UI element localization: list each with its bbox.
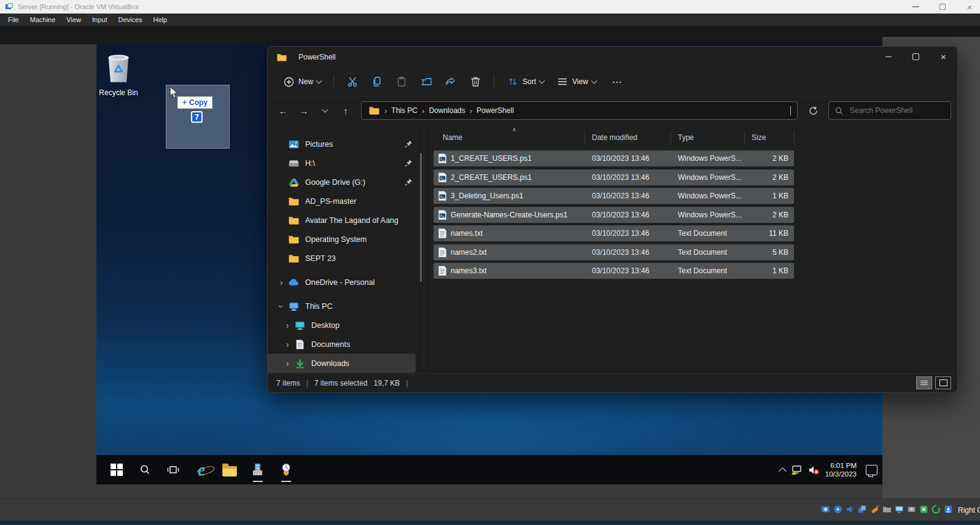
new-button[interactable]: New [276,72,327,91]
internet-explorer-icon[interactable]: e [187,456,216,483]
sidebar-item-downloads[interactable]: ›Downloads [268,354,416,373]
task-view-button[interactable] [159,456,187,483]
task-view-icon [167,464,179,476]
file-row-names2-txt[interactable]: names2.txt03/10/2023 13:46Text Document5… [434,244,794,260]
sidebar-scrollbar[interactable] [420,153,422,282]
drag-copy-tooltip: + Copy [177,96,212,109]
sidebar-item-h[interactable]: H:\ [268,154,416,173]
explorer-maximize-button[interactable] [902,47,930,67]
tree-chevron-icon[interactable]: › [281,359,294,368]
server-manager-icon[interactable] [244,456,272,483]
address-bar[interactable]: ›This PC›Downloads›PowerShell [361,101,798,120]
mouse-integration-icon[interactable] [931,505,941,514]
rename-button[interactable] [414,72,438,91]
sidebar-item-onedrive-personal[interactable]: ›OneDrive - Personal [268,273,416,292]
start-button[interactable] [103,456,131,483]
features-icon[interactable] [919,505,928,514]
recycle-bin-desktop-icon[interactable]: Recycle Bin [98,50,139,97]
file-row-2-create-users-ps1[interactable]: 2_CREATE_USERS.ps103/10/2023 13:46Window… [434,169,794,185]
column-header-date-modified[interactable]: Date modified [592,133,637,142]
view-button[interactable]: View [550,72,602,91]
recent-locations-button[interactable] [316,101,334,120]
shared-folders-icon[interactable] [882,505,892,514]
vbox-menu-input[interactable]: Input [87,16,112,23]
recording-icon[interactable] [907,505,916,514]
sidebar-item-documents[interactable]: ›Documents [268,335,416,354]
vbox-minimize-button[interactable] [911,2,920,11]
vbox-close-button[interactable]: × [965,2,974,11]
file-row-3-deleting-users-ps1[interactable]: 3_Deleting_Users.ps103/10/2023 13:46Wind… [434,188,794,204]
breadcrumb-this-pc[interactable]: This PC [391,106,418,115]
vbox-menu-view[interactable]: View [61,16,87,23]
volume-muted-icon[interactable] [808,465,820,475]
file-explorer-window: PowerShell × New [267,46,958,393]
back-button[interactable]: ← [274,101,292,120]
column-header-size[interactable]: Size [752,133,766,142]
cut-button[interactable] [340,72,365,91]
column-header-name[interactable]: Name [443,133,462,142]
active-directory-tool-icon[interactable] [272,456,300,483]
optical-disc-icon[interactable] [833,505,842,514]
large-icons-view-toggle[interactable] [935,376,951,389]
sidebar-item-sept-23[interactable]: SEPT 23 [268,249,416,268]
file-name: names.txt [451,229,483,238]
host-key-label: Right Ctrl [958,506,980,515]
keyboard-capture-icon[interactable] [944,505,953,514]
display-icon[interactable] [895,505,904,514]
sidebar-item-label: OneDrive - Personal [305,278,416,287]
file-explorer-icon[interactable] [216,456,244,483]
tray-overflow-chevron-icon[interactable] [779,467,787,475]
file-row-generate-names-create-users-ps1[interactable]: Generate-Names-Create-Users.ps103/10/202… [434,207,794,223]
action-center-icon[interactable] [866,465,877,475]
refresh-button[interactable] [804,101,822,120]
sidebar-item-ad-ps-master[interactable]: AD_PS-master [268,192,416,211]
up-button[interactable]: ↑ [336,101,355,120]
sort-button[interactable]: Sort [500,72,550,91]
vbox-menu-devices[interactable]: Devices [112,16,147,23]
network-warning-icon[interactable]: ! [791,465,803,475]
address-dropdown-chevron-icon[interactable] [790,106,791,115]
tree-chevron-icon[interactable]: › [277,300,286,313]
sidebar-item-google-drive-g[interactable]: Google Drive (G:) [268,173,416,192]
windows-logo-icon [111,464,123,476]
sidebar-item-avatar-the-lagand-of-aang[interactable]: Avatar The Lagand of Aang [268,211,416,230]
vbox-menu-file[interactable]: File [2,16,25,23]
vm-taskbar: e ! 6:01 PM 10/3/2023 [96,455,882,484]
search-box[interactable] [828,101,951,120]
breadcrumb-downloads[interactable]: Downloads [429,106,465,115]
explorer-close-button[interactable]: × [930,47,957,67]
breadcrumb-powershell[interactable]: PowerShell [476,106,514,115]
hdd-icon[interactable] [821,505,830,514]
vbox-menubar: FileMachineViewInputDevicesHelp [0,14,980,26]
sidebar-item-operating-system[interactable]: Operating System [268,230,416,249]
explorer-minimize-button[interactable] [874,47,902,67]
file-row-names-txt[interactable]: names.txt03/10/2023 13:46Text Document11… [434,225,794,241]
file-row-1-create-users-ps1[interactable]: 1_CREATE_USERS.ps103/10/2023 13:46Window… [434,150,794,166]
file-row-names3-txt[interactable]: names3.txt03/10/2023 13:46Text Document1… [434,263,794,279]
more-options-button[interactable]: ⋯ [606,72,628,91]
share-button[interactable] [438,72,463,91]
chevron-down-icon [316,78,322,84]
sidebar-item-desktop[interactable]: ›Desktop [268,316,416,335]
vbox-menu-help[interactable]: Help [148,16,173,23]
delete-button[interactable] [463,72,488,91]
usb-icon[interactable] [870,505,879,514]
vbox-menu-machine[interactable]: Machine [25,16,61,23]
search-button[interactable] [131,456,159,483]
explorer-titlebar[interactable]: PowerShell × [268,47,957,68]
details-view-toggle[interactable] [916,376,932,389]
search-input[interactable] [849,106,937,115]
vbox-restore-button[interactable] [938,2,947,11]
tree-chevron-icon[interactable]: › [281,321,294,330]
forward-button[interactable]: → [295,101,313,120]
network-adapter-icon[interactable] [858,505,867,514]
paste-button[interactable] [389,72,414,91]
tree-chevron-icon[interactable]: › [275,278,287,287]
taskbar-clock[interactable]: 6:01 PM 10/3/2023 [825,461,857,479]
tree-chevron-icon[interactable]: › [281,340,294,349]
sidebar-item-this-pc[interactable]: ›This PC [268,297,416,316]
column-header-type[interactable]: Type [678,133,694,142]
copy-button[interactable] [365,72,389,91]
sidebar-item-pictures[interactable]: Pictures [268,134,416,154]
audio-icon[interactable] [846,505,855,514]
